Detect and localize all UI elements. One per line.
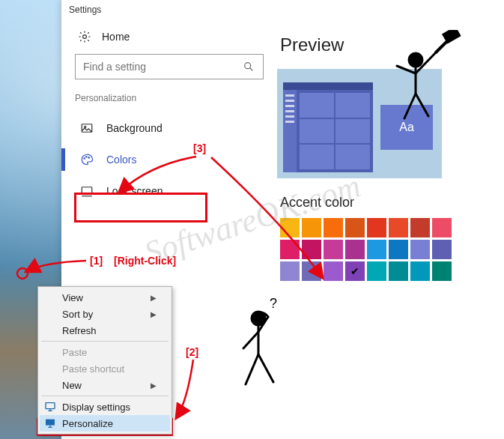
- search-box[interactable]: [75, 54, 264, 79]
- nav-lockscreen-label: Lock screen: [106, 185, 163, 197]
- desktop-context-menu: View▶Sort by▶RefreshPastePaste shortcutN…: [37, 286, 172, 435]
- chevron-right-icon: ▶: [151, 310, 157, 318]
- context-menu-paste-shortcut: Paste shortcut: [40, 360, 170, 377]
- accent-color-title: Accent color: [277, 195, 504, 211]
- color-swatch[interactable]: [280, 218, 300, 237]
- color-swatch[interactable]: [389, 261, 408, 281]
- color-swatch[interactable]: [345, 240, 365, 259]
- personalize-icon: [44, 417, 56, 429]
- color-swatch[interactable]: [410, 240, 430, 259]
- svg-point-4: [84, 158, 85, 160]
- color-swatch[interactable]: [324, 261, 343, 281]
- nav-home[interactable]: Home: [75, 24, 264, 54]
- search-icon: [242, 60, 255, 73]
- chevron-right-icon: ▶: [151, 381, 157, 390]
- svg-point-6: [88, 157, 90, 159]
- color-swatch[interactable]: [345, 218, 365, 237]
- context-menu-personalize[interactable]: Personalize: [40, 415, 170, 432]
- color-swatch[interactable]: [324, 240, 343, 259]
- svg-rect-9: [46, 420, 55, 426]
- svg-rect-7: [82, 187, 92, 194]
- context-menu-paste: Paste: [40, 344, 170, 360]
- preview-thumbnail: Aa: [277, 69, 442, 178]
- color-swatch[interactable]: [302, 218, 321, 237]
- color-swatch[interactable]: [280, 240, 300, 259]
- context-menu-label: Personalize: [62, 418, 113, 429]
- nav-home-label: Home: [102, 31, 130, 43]
- color-swatch[interactable]: [345, 261, 365, 281]
- gear-icon: [78, 30, 91, 43]
- color-swatch[interactable]: [367, 261, 386, 281]
- svg-point-5: [86, 157, 88, 158]
- svg-point-0: [83, 35, 87, 39]
- context-menu-label: New: [62, 380, 82, 391]
- color-swatch[interactable]: [432, 240, 452, 259]
- color-swatch[interactable]: [389, 218, 408, 237]
- nav-colors[interactable]: Colors: [75, 144, 264, 175]
- context-menu-label: Sort by: [62, 309, 93, 320]
- nav-background-label: Background: [106, 122, 163, 134]
- sample-text: Aa: [380, 105, 433, 150]
- picture-icon: [79, 121, 94, 135]
- context-menu-label: Paste shortcut: [62, 363, 124, 375]
- context-menu-separator: [41, 396, 168, 396]
- context-menu-label: View: [62, 292, 83, 303]
- chevron-right-icon: ▶: [151, 294, 157, 302]
- color-swatch[interactable]: [324, 218, 343, 237]
- nav-background[interactable]: Background: [75, 112, 264, 144]
- color-swatch[interactable]: [280, 261, 300, 281]
- nav-lockscreen[interactable]: Lock screen: [75, 175, 264, 207]
- color-swatch[interactable]: [367, 218, 386, 237]
- color-swatch[interactable]: [367, 240, 386, 259]
- search-input[interactable]: [83, 61, 242, 73]
- color-swatch[interactable]: [302, 240, 321, 259]
- section-label: Personalization: [75, 93, 264, 103]
- context-menu-display-settings[interactable]: Display settings: [40, 399, 170, 415]
- preview-title: Preview: [277, 34, 504, 55]
- context-menu-label: Paste: [62, 347, 87, 358]
- color-swatch[interactable]: [302, 261, 321, 281]
- context-menu-label: Refresh: [62, 325, 97, 336]
- svg-point-1: [245, 63, 251, 69]
- context-menu-new[interactable]: New▶: [40, 377, 170, 393]
- preview-pane: Preview Aa Accent color: [277, 18, 504, 439]
- color-swatch[interactable]: [389, 240, 408, 259]
- window-title: Settings: [61, 0, 504, 18]
- lockscreen-icon: [79, 184, 94, 198]
- color-swatch[interactable]: [410, 218, 430, 237]
- context-menu-sort-by[interactable]: Sort by▶: [40, 306, 170, 322]
- palette-icon: [79, 153, 94, 166]
- context-menu-label: Display settings: [62, 402, 130, 413]
- color-swatch[interactable]: [410, 261, 430, 281]
- monitor-icon: [44, 401, 56, 413]
- context-menu-separator: [41, 341, 168, 342]
- nav-colors-label: Colors: [106, 154, 136, 166]
- context-menu-refresh[interactable]: Refresh: [40, 322, 170, 339]
- svg-rect-8: [46, 403, 55, 409]
- accent-color-grid: [277, 218, 504, 281]
- context-menu-view[interactable]: View▶: [40, 289, 170, 306]
- color-swatch[interactable]: [432, 261, 452, 281]
- color-swatch[interactable]: [432, 218, 452, 237]
